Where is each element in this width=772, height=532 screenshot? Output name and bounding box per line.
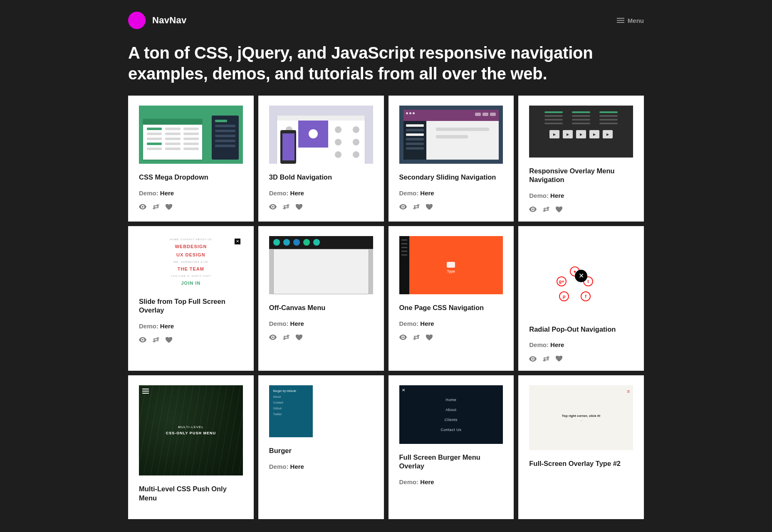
close-icon: ✕ (402, 388, 405, 392)
demo-line: Demo: Here (139, 323, 243, 330)
card-thumbnail (269, 236, 373, 294)
demo-line: Demo: Here (269, 463, 373, 470)
heart-icon[interactable] (166, 204, 172, 210)
demo-line: Demo: Here (269, 320, 373, 327)
demo-link[interactable]: Here (550, 341, 564, 348)
demo-line: Demo: Here (139, 190, 243, 197)
demo-link[interactable]: Here (290, 463, 304, 470)
card-actions (269, 335, 373, 340)
demo-line: Demo: Here (399, 478, 503, 485)
demo-line: Demo: Here (529, 341, 633, 348)
card-actions (139, 204, 243, 210)
card-actions (529, 356, 633, 362)
card-title: Radial Pop-Out Navigation (529, 325, 633, 334)
card-thumbnail (399, 106, 503, 164)
card[interactable]: Burger by mblode AboutContact GithubTwit… (258, 375, 384, 519)
retweet-icon[interactable] (282, 204, 290, 209)
card-actions (269, 204, 373, 210)
demo-line: Demo: Here (529, 192, 633, 199)
retweet-icon[interactable] (542, 207, 550, 212)
logo-icon (128, 12, 146, 29)
heart-icon[interactable] (166, 337, 172, 343)
heart-icon[interactable] (426, 335, 433, 340)
card[interactable]: Off-Canvas Menu Demo: Here (258, 226, 384, 371)
demo-link[interactable]: Here (290, 320, 304, 327)
close-icon: ✕ (575, 270, 587, 282)
card-thumbnail (529, 106, 633, 158)
card-thumbnail: MULTI-LEVELCSS-ONLY PUSH MENU (139, 385, 243, 475)
demo-link[interactable]: Here (420, 190, 434, 197)
eye-icon[interactable] (399, 335, 407, 340)
heart-icon[interactable] (296, 335, 302, 340)
brand-name: NavNav (152, 15, 187, 26)
card-title: 3D Bold Navigation (269, 173, 373, 182)
card-grid: CSS Mega Dropdown Demo: Here 3D Bold Nav… (128, 96, 644, 532)
card-title: Responsive Overlay Menu Navigation (529, 167, 633, 185)
card-title: One Page CSS Navigation (399, 303, 503, 312)
hamburger-icon: ≡ (627, 389, 630, 394)
card[interactable]: Secondary Sliding Navigation Demo: Here (388, 96, 514, 222)
card-actions (399, 335, 503, 340)
retweet-icon[interactable] (413, 335, 420, 340)
card[interactable]: ✕ HomeAbout ClientsContact Us Full Scree… (388, 375, 514, 519)
card-thumbnail: Type (399, 236, 503, 294)
card[interactable]: CSS Mega Dropdown Demo: Here (128, 96, 254, 222)
eye-icon[interactable] (529, 207, 537, 212)
eye-icon[interactable] (399, 204, 407, 209)
card-title: Multi-Level CSS Push Only Menu (139, 485, 243, 502)
card-thumbnail: ✕ HOME CONTACT ABOUT US WEBDESIGN UX DES… (139, 236, 243, 288)
menu-label: Menu (628, 17, 644, 24)
card-thumbnail: ✕ HomeAbout ClientsContact Us (399, 385, 503, 443)
hamburger-icon (142, 389, 149, 394)
card[interactable]: MULTI-LEVELCSS-ONLY PUSH MENU Multi-Leve… (128, 375, 254, 519)
card-title: Full-Screen Overlay Type #2 (529, 459, 633, 468)
demo-line: Demo: Here (399, 190, 503, 197)
menu-button[interactable]: Menu (617, 17, 644, 24)
brand[interactable]: NavNav (128, 12, 187, 29)
retweet-icon[interactable] (413, 204, 420, 209)
card[interactable]: 3D Bold Navigation Demo: Here (258, 96, 384, 222)
card-thumbnail (269, 106, 373, 164)
card[interactable]: Responsive Overlay Menu Navigation Demo:… (518, 96, 644, 222)
card[interactable]: Type One Page CSS Navigation Demo: Here (388, 226, 514, 371)
heart-icon[interactable] (296, 204, 302, 210)
card[interactable]: ✕ HOME CONTACT ABOUT US WEBDESIGN UX DES… (128, 226, 254, 371)
retweet-icon[interactable] (282, 335, 290, 340)
card-title: Full Screen Burger Menu Overlay (399, 453, 503, 471)
card-actions (399, 204, 503, 210)
eye-icon[interactable] (529, 356, 537, 362)
demo-line: Demo: Here (269, 190, 373, 197)
eye-icon[interactable] (269, 335, 277, 340)
card-thumbnail: ✕ ●g+t pf (529, 236, 633, 316)
demo-link[interactable]: Here (420, 478, 434, 485)
retweet-icon[interactable] (542, 356, 550, 362)
retweet-icon[interactable] (152, 337, 160, 342)
card-title: Burger (269, 446, 373, 455)
card-actions (529, 207, 633, 212)
demo-link[interactable]: Here (160, 323, 174, 330)
eye-icon[interactable] (269, 204, 277, 209)
eye-icon[interactable] (139, 337, 146, 342)
retweet-icon[interactable] (152, 204, 160, 209)
demo-link[interactable]: Here (160, 190, 174, 197)
heart-icon[interactable] (556, 356, 562, 362)
card-thumbnail: ≡ Top right corner, click it! — (529, 385, 633, 450)
card-thumbnail: Burger by mblode AboutContact GithubTwit… (269, 385, 373, 437)
page-tagline: A ton of CSS, jQuery, and JavaScript res… (128, 37, 644, 96)
demo-line: Demo: Here (399, 320, 503, 327)
card[interactable]: ✕ ●g+t pf Radial Pop-Out Navigation Demo… (518, 226, 644, 371)
hamburger-icon (617, 18, 624, 23)
card[interactable]: ≡ Top right corner, click it! — Full-Scr… (518, 375, 644, 519)
demo-link[interactable]: Here (550, 192, 564, 199)
heart-icon[interactable] (556, 207, 562, 212)
heart-icon[interactable] (426, 204, 433, 210)
card-actions (139, 337, 243, 343)
card-title: Off-Canvas Menu (269, 303, 373, 312)
card-thumbnail (139, 106, 243, 164)
demo-link[interactable]: Here (420, 320, 434, 327)
eye-icon[interactable] (139, 204, 146, 209)
header: NavNav Menu (128, 0, 644, 37)
card-title: Secondary Sliding Navigation (399, 173, 503, 182)
close-icon: ✕ (235, 239, 240, 244)
demo-link[interactable]: Here (290, 190, 304, 197)
